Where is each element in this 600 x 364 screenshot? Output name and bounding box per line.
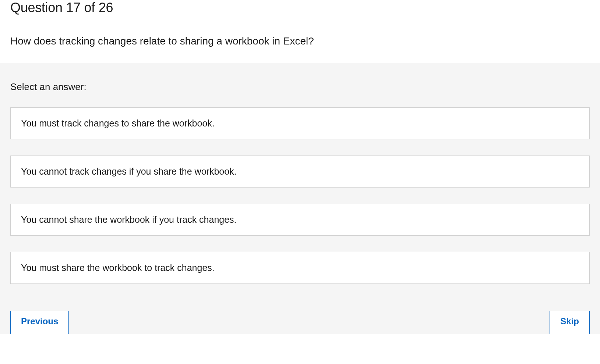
question-header: Question 17 of 26 How does tracking chan…: [0, 0, 600, 63]
answer-section: Select an answer: You must track changes…: [0, 63, 600, 293]
answer-option-1[interactable]: You cannot track changes if you share th…: [10, 156, 590, 188]
question-text: How does tracking changes relate to shar…: [10, 34, 590, 48]
skip-button[interactable]: Skip: [550, 311, 590, 334]
select-answer-label: Select an answer:: [10, 81, 590, 93]
question-number: Question 17 of 26: [10, 0, 590, 15]
nav-section: Previous Skip: [0, 293, 600, 334]
answer-option-3[interactable]: You must share the workbook to track cha…: [10, 252, 590, 284]
answer-option-0[interactable]: You must track changes to share the work…: [10, 107, 590, 139]
previous-button[interactable]: Previous: [10, 311, 69, 334]
answer-options-container: You must track changes to share the work…: [10, 107, 590, 284]
answer-option-2[interactable]: You cannot share the workbook if you tra…: [10, 204, 590, 236]
